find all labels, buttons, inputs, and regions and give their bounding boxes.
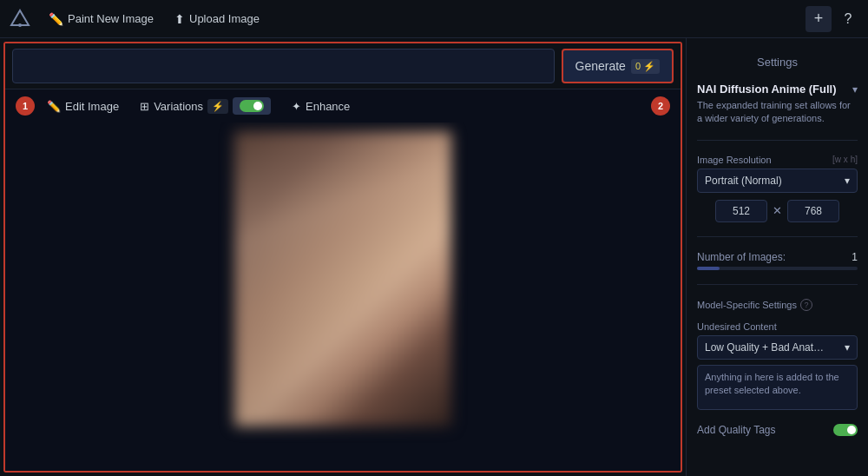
top-navigation: ✏️ Paint New Image ⬆ Upload Image + ? — [0, 0, 868, 38]
edit-image-button[interactable]: ✏️ Edit Image — [38, 96, 128, 117]
chevron-down-icon: ▾ — [845, 341, 850, 354]
image-area — [5, 122, 681, 471]
resolution-section: Image Resolution [w x h] Portrait (Norma… — [697, 155, 858, 222]
variations-toggle-pill[interactable] — [240, 100, 264, 112]
upload-icon: ⬆ — [174, 12, 185, 26]
settings-label: Settings — [697, 49, 858, 72]
variations-toggle[interactable] — [233, 97, 271, 115]
app-logo — [7, 6, 33, 32]
undesired-content-section: Undesired Content Low Quality + Bad Anat… — [697, 321, 858, 413]
add-quality-label: Add Quality Tags — [697, 424, 776, 436]
variations-anlas: ⚡ — [207, 99, 228, 114]
enhance-icon: ✦ — [292, 100, 301, 113]
add-quality-row: Add Quality Tags — [697, 424, 858, 436]
info-icon: ? — [800, 299, 812, 311]
num-images-section: Number of Images: 1 — [697, 251, 858, 270]
add-button[interactable]: + — [806, 6, 832, 32]
lightning-icon: ⚡ — [643, 61, 655, 72]
width-input[interactable] — [715, 200, 767, 222]
generate-button[interactable]: Generate 0 ⚡ — [562, 49, 674, 83]
model-specific-section: Model-Specific Settings ? — [697, 299, 858, 311]
slider-fill — [697, 267, 720, 270]
model-description: The expanded training set allows for a w… — [697, 99, 858, 126]
svg-marker-0 — [11, 10, 29, 25]
undesired-textarea[interactable]: Anything in here is added to the preset … — [697, 365, 858, 410]
undesired-content-label: Undesired Content — [697, 321, 858, 332]
model-specific-label: Model-Specific Settings ? — [697, 299, 858, 311]
num-images-value: 1 — [852, 251, 858, 263]
portrait-select[interactable]: Portrait (Normal) ▾ — [697, 169, 858, 193]
pen-icon: ✏️ — [49, 12, 63, 26]
divider-3 — [697, 284, 858, 285]
divider-2 — [697, 236, 858, 237]
main-layout: Generate 0 ⚡ 1 ✏️ Edit Image ⊞ Variation… — [0, 38, 868, 476]
toggle-knob — [253, 102, 262, 110]
quality-toggle[interactable] — [833, 424, 858, 436]
num-images-slider[interactable] — [697, 267, 858, 270]
quality-toggle-knob — [847, 426, 856, 434]
chevron-down-icon: ▾ — [845, 175, 850, 187]
toolbar-row: 1 ✏️ Edit Image ⊞ Variations ⚡ ✦ — [5, 89, 681, 122]
num-images-row: Number of Images: 1 — [697, 251, 858, 263]
help-button[interactable]: ? — [835, 6, 861, 32]
enhance-button[interactable]: ✦ Enhance — [283, 96, 358, 117]
paint-new-image-button[interactable]: ✏️ Paint New Image — [40, 8, 162, 30]
model-selector[interactable]: NAI Diffusion Anime (Full) ▾ — [697, 83, 858, 96]
variations-button[interactable]: ⊞ Variations ⚡ — [131, 93, 279, 119]
resolution-label: Image Resolution [w x h] — [697, 155, 858, 165]
badge-1: 1 — [16, 96, 35, 116]
height-input[interactable] — [787, 200, 839, 222]
generate-label: Generate — [575, 59, 626, 73]
model-section: NAI Diffusion Anime (Full) ▾ The expande… — [697, 83, 858, 126]
anlas-badge: 0 ⚡ — [631, 59, 660, 74]
prompt-bar: Generate 0 ⚡ — [5, 43, 681, 89]
right-sidebar: Settings NAI Diffusion Anime (Full) ▾ Th… — [686, 38, 868, 476]
svg-point-1 — [18, 23, 22, 27]
center-panel: Generate 0 ⚡ 1 ✏️ Edit Image ⊞ Variation… — [3, 42, 682, 473]
badge-2: 2 — [651, 96, 670, 116]
upload-image-button[interactable]: ⬆ Upload Image — [166, 8, 268, 30]
times-icon: ✕ — [773, 204, 782, 217]
prompt-input[interactable] — [12, 49, 555, 83]
undesired-preset-select[interactable]: Low Quality + Bad Anat… ▾ — [697, 335, 858, 360]
variations-icon: ⊞ — [140, 100, 149, 113]
divider-1 — [697, 140, 858, 141]
anlas-value: 0 — [635, 61, 641, 71]
model-name: NAI Diffusion Anime (Full) — [697, 83, 837, 96]
chevron-down-icon: ▾ — [852, 83, 858, 96]
edit-icon: ✏️ — [47, 100, 61, 113]
generated-image — [234, 131, 451, 426]
